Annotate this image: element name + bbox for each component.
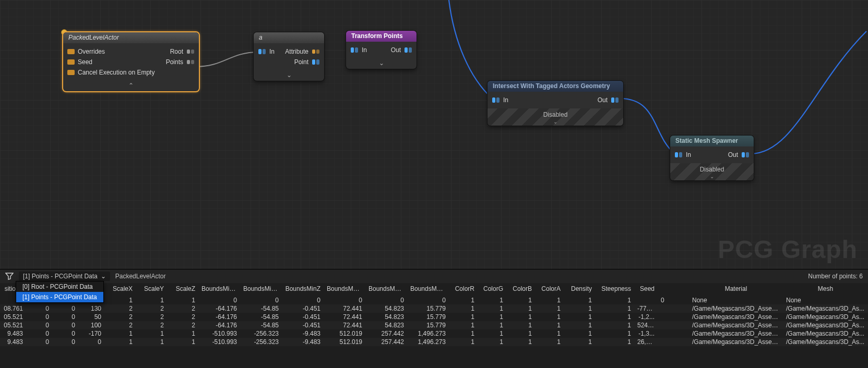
table-header-cell[interactable] [658, 285, 689, 293]
table-cell: -0.451 [282, 304, 324, 313]
table-cell: -0.451 [282, 313, 324, 321]
table-cell: 1 [449, 338, 478, 346]
table-cell: -256.323 [240, 329, 282, 338]
table-row[interactable]: 08.76100130222-64.176-54.85-0.45172.4415… [0, 304, 868, 313]
table-header-cell[interactable]: BoundsMaxX [324, 285, 365, 293]
table-cell: 0 [26, 321, 52, 329]
table-header-cell[interactable]: Density [564, 285, 595, 293]
table-cell: 1 [564, 313, 595, 321]
svg-rect-8 [312, 59, 315, 65]
table-header-cell[interactable]: Seed [634, 285, 658, 293]
pin-label: In [686, 151, 691, 158]
table-cell: 2 [167, 321, 198, 329]
node-static-mesh-spawner[interactable]: Static Mesh Spawner In Out Disabled⌄ [670, 136, 754, 180]
table-cell: /Game/Megascans/3D_As... [783, 313, 868, 321]
table-cell: 1 [564, 329, 595, 338]
table-cell: 1 [564, 321, 595, 329]
output-pin-icon[interactable] [404, 46, 412, 54]
table-header-cell[interactable]: BoundsMinX [198, 285, 240, 293]
table-cell: 1 [535, 329, 564, 338]
exec-pin-icon[interactable] [67, 59, 75, 65]
svg-rect-18 [675, 152, 678, 157]
table-body: 0001110000001111110NoneNone08.7610013022… [0, 296, 868, 346]
table-cell: 1 [478, 313, 506, 321]
input-pin-icon[interactable] [492, 96, 500, 104]
table-header-cell[interactable]: Material [689, 285, 783, 293]
table-cell: 0 [240, 296, 282, 304]
table-cell: 1 [449, 296, 478, 304]
table-row[interactable]: 05.5210050222-64.176-54.85-0.45172.44154… [0, 313, 868, 321]
table-row[interactable]: 9.48300-170111-510.993-256.323-9.483512.… [0, 329, 868, 338]
point-count: Number of points: 6 [808, 273, 863, 280]
node-transform-points[interactable]: Transform Points In Out ⌄ [346, 31, 417, 69]
table-cell: 1 [506, 313, 535, 321]
table-row[interactable]: 05.52100100222-64.176-54.85-0.45172.4415… [0, 321, 868, 329]
table-cell: 257.442 [365, 338, 407, 346]
graph-canvas[interactable]: PackedLevelActor Overrides Root Seed Poi… [0, 0, 868, 269]
table-cell: 05.521 [0, 313, 26, 321]
table-header-cell[interactable]: ColorA [535, 285, 564, 293]
pin-label: Out [598, 96, 608, 104]
table-header-cell[interactable]: ScaleY [136, 285, 167, 293]
output-pin-icon[interactable] [186, 48, 195, 55]
table-cell: 15.779 [407, 321, 449, 329]
svg-rect-16 [611, 97, 614, 103]
table-header-cell[interactable]: ScaleZ [167, 285, 198, 293]
watermark: PCG Graph [718, 235, 858, 264]
table-cell: 1 [564, 304, 595, 313]
collapse-toggle[interactable]: ⌃ [63, 81, 199, 91]
dropdown-item[interactable]: [0] Root - PCGPoint Data [16, 281, 103, 292]
svg-rect-11 [355, 47, 358, 53]
table-header-cell[interactable]: BoundsMaxY [365, 285, 407, 293]
table-cell: 50 [78, 313, 104, 321]
table-cell: /Game/Megascans/3D_Assets/... [689, 313, 783, 321]
table-cell: 0 [658, 296, 689, 304]
output-pin-icon[interactable] [312, 48, 320, 55]
svg-rect-17 [615, 97, 619, 103]
input-pin-icon[interactable] [350, 46, 359, 54]
input-pin-icon[interactable] [674, 151, 683, 158]
exec-pin-icon[interactable] [67, 70, 75, 75]
table-header-cell[interactable]: BoundsMaxZ [407, 285, 449, 293]
table-header-cell[interactable]: Mesh [783, 285, 868, 293]
table-cell: 1 [535, 321, 564, 329]
table-cell: 0 [26, 313, 52, 321]
exec-pin-icon[interactable] [67, 49, 75, 54]
table-cell: 1,496.273 [407, 338, 449, 346]
output-pin-icon[interactable] [611, 96, 619, 104]
table-cell: 130 [78, 304, 104, 313]
table-cell: 08.761 [0, 304, 26, 313]
table-header-cell[interactable]: ScaleX [104, 285, 136, 293]
table-header-cell[interactable]: BoundsMinZ [282, 285, 324, 293]
table-cell: 1 [167, 296, 198, 304]
panel-toolbar: [1] Points - PCGPoint Data ⌄ PackedLevel… [0, 269, 868, 283]
table-header-cell[interactable]: BoundsMinY [240, 285, 282, 293]
output-pin-icon[interactable] [186, 58, 195, 66]
collapse-toggle[interactable]: ⌄ [254, 70, 324, 81]
table-header-cell[interactable]: ColorB [506, 285, 535, 293]
table-cell: 2 [167, 313, 198, 321]
table-cell: 1 [506, 304, 535, 313]
table-header-cell[interactable]: ColorR [449, 285, 478, 293]
table-header-cell[interactable]: ColorG [478, 285, 506, 293]
dropdown-item-selected[interactable]: [1] Points - PCGPoint Data [16, 292, 103, 302]
table-cell [658, 329, 689, 338]
table-cell [634, 296, 658, 304]
table-cell: /Game/Megascans/3D_As... [783, 321, 868, 329]
table-cell: 1 [506, 321, 535, 329]
table-row[interactable]: 0001110000001111110NoneNone [0, 296, 868, 304]
output-pin-icon[interactable] [741, 151, 750, 158]
output-pin-icon[interactable] [312, 58, 320, 66]
table-cell: 05.521 [0, 321, 26, 329]
disabled-status: Disabled⌄ [487, 108, 623, 126]
node-a[interactable]: a In Attribute Point ⌄ [254, 32, 324, 81]
filter-icon[interactable] [5, 273, 14, 280]
collapse-toggle[interactable]: ⌄ [346, 58, 417, 69]
table-row[interactable]: 9.483000111-510.993-256.323-9.483512.019… [0, 338, 868, 346]
input-pin-icon[interactable] [258, 48, 266, 55]
data-source-dropdown[interactable]: [1] Points - PCGPoint Data ⌄ [19, 272, 110, 281]
node-intersect[interactable]: Intersect With Tagged Actors Geometry In… [487, 81, 623, 126]
svg-rect-3 [191, 60, 194, 64]
table-header-cell[interactable]: Steepness [595, 285, 634, 293]
node-packed-level-actor[interactable]: PackedLevelActor Overrides Root Seed Poi… [63, 32, 199, 91]
